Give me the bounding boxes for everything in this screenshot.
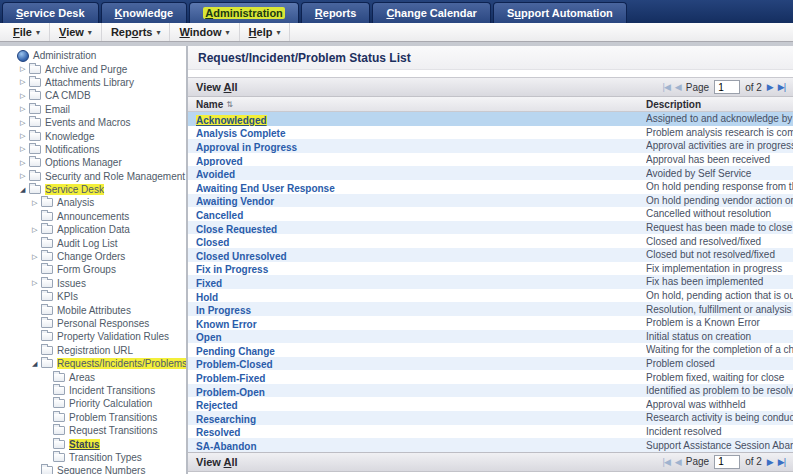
menu-label: View [59, 26, 84, 38]
sidebar-item-audit-log-list[interactable]: Audit Log List [4, 236, 186, 249]
sidebar-item-property-validation-rules[interactable]: Property Validation Rules [4, 330, 186, 343]
sidebar-item-incident-transitions[interactable]: Incident Transitions [4, 384, 186, 397]
sidebar-item-label: Personal Responses [57, 318, 149, 329]
sidebar-item-mobile-attributes[interactable]: Mobile Attributes [4, 303, 186, 316]
sidebar-item-options-manager[interactable]: ▷Options Manager [4, 156, 186, 169]
folder-icon [29, 158, 41, 167]
expand-icon[interactable]: ▷ [32, 226, 41, 234]
sidebar-item-status[interactable]: Status [4, 437, 186, 450]
sidebar-item-ca-cmdb[interactable]: ▷CA CMDB [4, 89, 186, 102]
expand-icon[interactable]: ▷ [32, 199, 41, 207]
sidebar-item-security-and-role-management[interactable]: ▷Security and Role Management [4, 170, 186, 183]
dropdown-arrow-icon: ▾ [36, 28, 40, 37]
sidebar-item-label: Administration [33, 50, 96, 61]
sidebar-item-service-desk[interactable]: ◢Service Desk [4, 183, 186, 196]
prev-page-button[interactable]: ◀ [675, 82, 681, 92]
sidebar-item-notifications[interactable]: ▷Notifications [4, 143, 186, 156]
sidebar-item-attachments-library[interactable]: ▷Attachments Library [4, 76, 186, 89]
expand-icon[interactable]: ▷ [20, 172, 29, 180]
sidebar-item-request-transitions[interactable]: Request Transitions [4, 424, 186, 437]
next-page-button[interactable]: ▶ [767, 457, 773, 467]
tab-support-automation[interactable]: Support Automation [493, 2, 627, 23]
view-all-link[interactable]: View All [196, 81, 238, 93]
sidebar-item-problem-transitions[interactable]: Problem Transitions [4, 411, 186, 424]
tab-administration[interactable]: Administration [189, 2, 299, 23]
expand-icon[interactable]: ▷ [20, 145, 29, 153]
tab-service-desk[interactable]: Service Desk [2, 2, 99, 23]
expand-icon[interactable]: ▷ [20, 159, 29, 167]
menu-file[interactable]: File▾ [4, 23, 50, 41]
sidebar-item-application-data[interactable]: ▷Application Data [4, 223, 186, 236]
folder-icon [29, 185, 41, 194]
expand-icon[interactable]: ▷ [20, 119, 29, 127]
page-title: Request/Incident/Problem Status List [198, 51, 411, 65]
first-page-button[interactable]: |◀ [663, 82, 670, 92]
page-number-input[interactable] [714, 455, 740, 469]
sidebar-item-kpis[interactable]: KPIs [4, 290, 186, 303]
sidebar-item-areas[interactable]: Areas [4, 370, 186, 383]
sidebar-item-administration[interactable]: Administration [4, 49, 186, 62]
tab-reports[interactable]: Reports [301, 2, 371, 23]
sort-icon[interactable]: ⇅ [226, 100, 233, 109]
menu-label: File [13, 26, 32, 38]
prev-page-button[interactable]: ◀ [675, 457, 681, 467]
sidebar-item-form-groups[interactable]: Form Groups [4, 263, 186, 276]
sidebar-item-label: Archive and Purge [45, 64, 127, 75]
folder-icon [41, 346, 53, 355]
sidebar-item-label: Request Transitions [69, 425, 157, 436]
sidebar-item-label: Sequence Numbers [57, 465, 145, 474]
first-page-button[interactable]: |◀ [663, 457, 670, 467]
sidebar-item-change-orders[interactable]: ▷Change Orders [4, 250, 186, 263]
tab-knowledge[interactable]: Knowledge [101, 2, 188, 23]
last-page-button[interactable]: ▶| [778, 457, 785, 467]
column-header-description[interactable]: Description [646, 99, 793, 110]
menu-help[interactable]: Help▾ [240, 23, 291, 41]
sidebar-item-personal-responses[interactable]: Personal Responses [4, 317, 186, 330]
tab-label: Knowledge [115, 7, 174, 19]
sidebar-item-sequence-numbers[interactable]: Sequence Numbers [4, 464, 186, 474]
sidebar-item-announcements[interactable]: Announcements [4, 210, 186, 223]
page-number-input[interactable] [714, 80, 740, 94]
last-page-button[interactable]: ▶| [778, 82, 785, 92]
expand-icon[interactable]: ▷ [20, 132, 29, 140]
sidebar-item-label: Incident Transitions [69, 385, 155, 396]
sidebar-item-email[interactable]: ▷Email [4, 103, 186, 116]
column-header-name[interactable]: Name ⇅ [188, 99, 646, 110]
collapse-icon[interactable]: ◢ [20, 186, 29, 194]
view-all-link-bottom[interactable]: View All [196, 456, 238, 468]
sidebar-item-label: Knowledge [45, 131, 94, 142]
status-link-sa-abandon[interactable]: SA-Abandon [196, 441, 257, 452]
status-table-body: AcknowledgedAssigned to and acknowledge … [188, 112, 793, 452]
expand-icon[interactable]: ▷ [20, 65, 29, 73]
next-page-button[interactable]: ▶ [767, 82, 773, 92]
sidebar-item-knowledge[interactable]: ▷Knowledge [4, 129, 186, 142]
sidebar-item-issues[interactable]: ▷Issues [4, 277, 186, 290]
expand-icon[interactable]: ▷ [20, 78, 29, 86]
collapse-icon[interactable]: ◢ [32, 360, 41, 368]
menu-bar: File▾View▾Reports▾Window▾Help▾ [0, 23, 793, 42]
expand-icon[interactable]: ▷ [32, 279, 41, 287]
expand-icon[interactable]: ▷ [20, 92, 29, 100]
tab-change-calendar[interactable]: Change Calendar [372, 2, 490, 23]
sidebar-item-registration-url[interactable]: Registration URL [4, 344, 186, 357]
sidebar-item-events-and-macros[interactable]: ▷Events and Macros [4, 116, 186, 129]
sidebar-item-archive-and-purge[interactable]: ▷Archive and Purge [4, 62, 186, 75]
sidebar-item-label: Analysis [57, 197, 94, 208]
folder-icon [29, 78, 41, 87]
list-toolbar-bottom: View All |◀ ◀ Page of 2 ▶ ▶| [188, 452, 793, 472]
sidebar-item-transition-types[interactable]: Transition Types [4, 451, 186, 464]
menu-view[interactable]: View▾ [50, 23, 102, 41]
expand-icon[interactable]: ▷ [32, 253, 41, 261]
sidebar-item-label: Problem Transitions [69, 412, 157, 423]
sidebar-item-priority-calculation[interactable]: Priority Calculation [4, 397, 186, 410]
main-panel: Request/Incident/Problem Status List Vie… [188, 46, 793, 474]
folder-icon [29, 145, 41, 154]
menu-reports[interactable]: Reports▾ [102, 23, 171, 41]
menu-label: Reports [111, 26, 153, 38]
menu-window[interactable]: Window▾ [170, 23, 239, 41]
sidebar-item-requests-incidents-problems[interactable]: ◢Requests/Incidents/Problems [4, 357, 186, 370]
dropdown-arrow-icon: ▾ [276, 28, 280, 37]
folder-icon [53, 373, 65, 382]
sidebar-item-analysis[interactable]: ▷Analysis [4, 196, 186, 209]
expand-icon[interactable]: ▷ [20, 105, 29, 113]
